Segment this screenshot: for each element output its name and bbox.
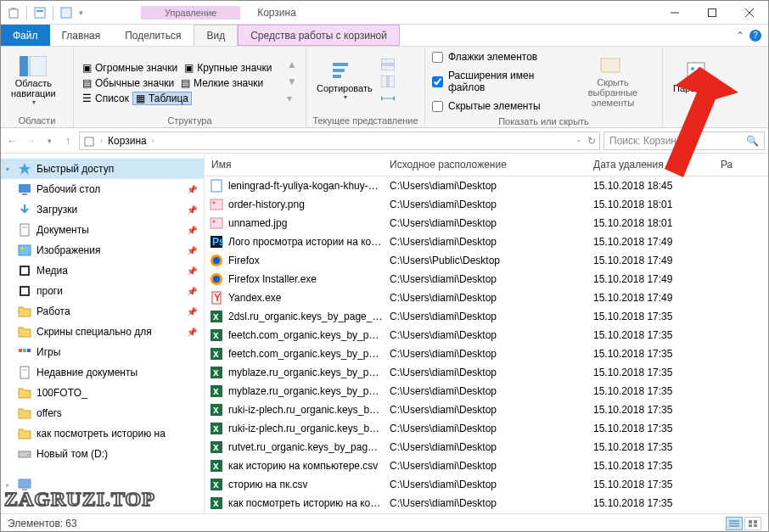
file-name: Firefox Installer.exe: [228, 273, 317, 285]
file-row[interactable]: unnamed.jpgC:\Users\diami\Desktop15.10.2…: [205, 214, 768, 232]
item-count-label: Элементов:: [8, 518, 63, 529]
properties-icon[interactable]: [34, 7, 46, 19]
list-option[interactable]: ☰Список: [79, 92, 132, 105]
breadcrumb-bar[interactable]: › Корзина › ⌄ ↻: [79, 132, 600, 150]
expand-icon[interactable]: ▾: [287, 92, 297, 104]
file-row[interactable]: PsЛого просмотра истории на ком...C:\Use…: [205, 232, 768, 251]
sidebar-item[interactable]: Игры: [1, 342, 204, 362]
sidebar-item[interactable]: Недавние документы: [1, 362, 204, 383]
file-row[interactable]: xruki-iz-plech.ru_organic.keys_by_p...C:…: [205, 400, 768, 419]
qat-dropdown-icon[interactable]: ▾: [79, 8, 83, 17]
group-by-icon[interactable]: [381, 59, 395, 70]
normal-icons-option[interactable]: ▤Обычные значки: [79, 76, 177, 90]
svg-rect-14: [381, 65, 395, 70]
expand-icon[interactable]: ▾: [6, 165, 9, 173]
home-tab[interactable]: Главная: [50, 25, 114, 46]
sidebar-item-label: Игры: [36, 346, 60, 358]
addr-dropdown-icon[interactable]: ⌄: [575, 135, 582, 147]
sidebar-item[interactable]: Медиа📌: [1, 260, 204, 281]
file-row[interactable]: Firefox Installer.exeC:\Users\diami\Desk…: [205, 270, 768, 288]
maximize-button[interactable]: [693, 1, 731, 25]
navigation-pane-button[interactable]: Область навигации ▾: [6, 51, 61, 112]
hide-selected-button[interactable]: Скрыть выбранные элементы: [569, 51, 657, 112]
scroll-down-icon[interactable]: ▼: [287, 76, 297, 87]
new-window-icon[interactable]: [60, 7, 72, 19]
sidebar-item[interactable]: Загрузки📌: [1, 199, 204, 220]
back-button[interactable]: ←: [4, 133, 20, 148]
file-row[interactable]: xruki-iz-plech.ru_organic.keys_by_p...C:…: [205, 419, 768, 438]
file-extensions-toggle[interactable]: Расширения имен файлов: [430, 67, 565, 96]
help-icon[interactable]: ?: [749, 30, 761, 42]
file-row[interactable]: xfeetch.com_organic.keys_by_page_...C:\U…: [205, 344, 768, 363]
refresh-icon[interactable]: ↻: [587, 135, 596, 147]
file-row[interactable]: x2dsl.ru_organic.keys_by_page_1490...C:\…: [205, 307, 768, 326]
column-date-deleted[interactable]: Дата удаления ⌄: [587, 157, 714, 172]
view-tab[interactable]: Вид: [194, 25, 238, 46]
file-row[interactable]: xсторию на пк.csvC:\Users\diami\Desktop1…: [205, 475, 768, 494]
file-row[interactable]: xrutvet.ru_organic.keys_by_page_16...C:\…: [205, 438, 768, 456]
file-icon: x: [210, 459, 223, 473]
forward-button[interactable]: →: [23, 133, 38, 148]
collapse-ribbon-icon[interactable]: ⌃: [736, 30, 744, 42]
sidebar-item[interactable]: Новый том (D:): [1, 444, 204, 464]
sidebar-item[interactable]: Изображения📌: [1, 240, 204, 260]
share-tab[interactable]: Поделиться: [113, 25, 194, 46]
expand-icon[interactable]: ▸: [6, 481, 9, 489]
file-row[interactable]: YYandex.exeC:\Users\diami\Desktop15.10.2…: [205, 288, 768, 307]
quick-access-node[interactable]: ▾ Быстрый доступ: [1, 159, 204, 179]
sidebar-item[interactable]: проги📌: [1, 281, 204, 301]
sidebar-item[interactable]: Скрины специально для📌: [1, 322, 204, 342]
sidebar-item[interactable]: offers: [1, 403, 204, 423]
item-checkboxes-toggle[interactable]: Флажки элементов: [430, 48, 565, 65]
svg-text:x: x: [213, 385, 219, 397]
file-row[interactable]: xfeetch.com_organic.keys_by_page_...C:\U…: [205, 326, 768, 344]
pin-icon: 📌: [187, 246, 197, 255]
sidebar-item[interactable]: Документы📌: [1, 220, 204, 240]
file-row[interactable]: xmyblaze.ru_organic.keys_by_page_...C:\U…: [205, 382, 768, 400]
small-icons-option[interactable]: ▤Мелкие значки: [177, 76, 267, 90]
up-button[interactable]: ↑: [60, 133, 76, 148]
large-icons-view-button[interactable]: [744, 517, 761, 530]
svg-text:Y: Y: [214, 292, 221, 304]
details-option[interactable]: ▦Таблица: [132, 92, 192, 105]
details-view-button[interactable]: [726, 517, 743, 530]
folder-icon: [18, 223, 31, 237]
column-location[interactable]: Исходное расположение: [383, 157, 587, 172]
size-columns-icon[interactable]: [381, 92, 395, 104]
quick-access-toolbar: ▾: [1, 5, 90, 20]
sidebar-item[interactable]: Рабочий стол📌: [1, 179, 204, 199]
scroll-up-icon[interactable]: ▲: [287, 59, 297, 70]
file-name: myblaze.ru_organic.keys_by_page_...: [228, 385, 383, 397]
file-row[interactable]: xкак историю на компьютере.csvC:\Users\d…: [205, 456, 768, 475]
recent-locations-icon[interactable]: ▾: [42, 133, 57, 148]
sidebar-item-label: Работа: [36, 305, 70, 317]
large-icons-option[interactable]: ▣Крупные значки: [181, 61, 275, 75]
search-input[interactable]: Поиск: Корзина 🔍: [603, 132, 765, 150]
close-button[interactable]: [731, 1, 768, 25]
add-columns-icon[interactable]: [381, 76, 395, 87]
svg-rect-43: [211, 180, 222, 192]
sort-button[interactable]: Сортировать▾: [312, 51, 378, 112]
file-row[interactable]: leningrad-ft-yuliya-kogan-khuy-m...C:\Us…: [205, 176, 768, 195]
file-date: 15.10.2018 17:35: [587, 421, 714, 436]
file-row[interactable]: xкак посмотреть историю на ком...C:\User…: [205, 494, 768, 512]
hidden-items-toggle[interactable]: Скрытые элементы: [430, 98, 565, 115]
file-tab[interactable]: Файл: [1, 25, 50, 46]
file-row[interactable]: FirefoxC:\Users\Public\Desktop15.10.2018…: [205, 251, 768, 270]
recycle-tools-tab[interactable]: Средства работы с корзиной: [238, 25, 400, 46]
recycle-bin-icon: [83, 135, 95, 147]
huge-icons-option[interactable]: ▣Огромные значки: [79, 61, 181, 75]
column-extra[interactable]: Ра: [714, 157, 768, 172]
file-date: 15.10.2018 17:49: [587, 253, 714, 268]
file-row[interactable]: order-history.pngC:\Users\diami\Desktop1…: [205, 195, 768, 214]
minimize-button[interactable]: [656, 1, 693, 25]
sidebar-item[interactable]: как посмотреть историю на: [1, 423, 204, 444]
breadcrumb-root[interactable]: Корзина: [108, 135, 147, 147]
this-pc-node[interactable]: ▸: [1, 474, 204, 495]
sidebar-item[interactable]: Работа📌: [1, 301, 204, 322]
options-button[interactable]: Параметры▾: [668, 51, 728, 112]
sidebar-item[interactable]: 100FOTO_: [1, 383, 204, 403]
column-name[interactable]: Имя: [205, 157, 383, 172]
svg-rect-84: [754, 524, 757, 527]
file-row[interactable]: xmyblaze.ru_organic.keys_by_page_...C:\U…: [205, 363, 768, 382]
